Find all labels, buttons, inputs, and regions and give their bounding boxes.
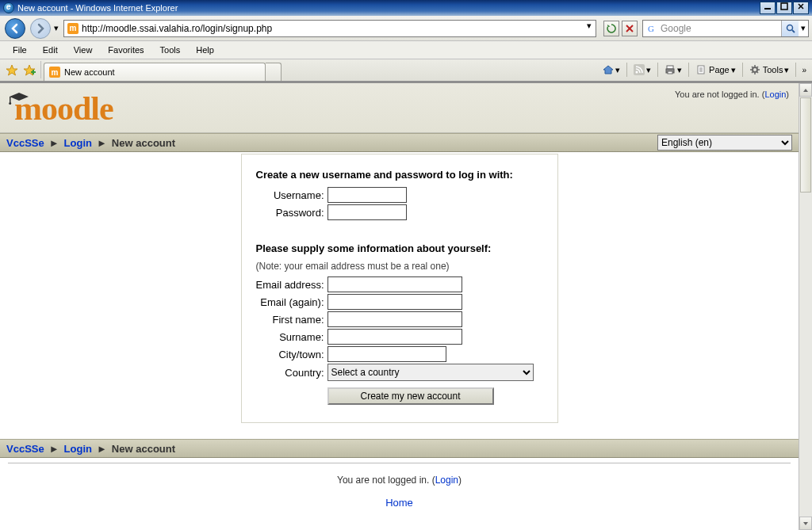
tools-menu[interactable]: Tools ▾ bbox=[746, 62, 793, 78]
breadcrumb-login-bottom[interactable]: Login bbox=[64, 443, 92, 455]
login-status-prefix: You are not logged in. ( bbox=[675, 90, 764, 99]
svg-rect-30 bbox=[10, 97, 11, 103]
footer-home-link[interactable]: Home bbox=[0, 497, 799, 509]
surname-input[interactable] bbox=[327, 329, 462, 345]
maximize-button[interactable] bbox=[776, 2, 792, 14]
country-select[interactable]: Select a country bbox=[327, 364, 534, 381]
svg-rect-1 bbox=[781, 3, 787, 10]
menu-view[interactable]: View bbox=[66, 43, 101, 57]
svg-line-27 bbox=[756, 72, 758, 74]
password-input[interactable] bbox=[327, 204, 407, 220]
menu-tools[interactable]: Tools bbox=[152, 43, 189, 57]
page-menu[interactable]: Page ▾ bbox=[692, 62, 739, 78]
svg-rect-14 bbox=[667, 66, 673, 69]
svg-point-8 bbox=[787, 25, 792, 30]
username-label: Username: bbox=[256, 189, 327, 201]
new-tab-button[interactable] bbox=[266, 63, 282, 81]
email2-label: Email (again): bbox=[256, 296, 327, 308]
chevron-right-icon[interactable]: » bbox=[799, 66, 809, 74]
svg-line-28 bbox=[756, 67, 758, 68]
tab-bar: New account ▾ ▾ ▾ Page ▾ Tools ▾ » bbox=[0, 59, 812, 82]
feeds-button[interactable]: ▾ bbox=[630, 62, 654, 78]
menu-favorites[interactable]: Favorites bbox=[100, 43, 151, 57]
menu-bar: File Edit View Favorites Tools Help bbox=[0, 41, 812, 59]
breadcrumb-sep-icon: ► bbox=[49, 137, 59, 149]
print-icon bbox=[665, 64, 676, 75]
breadcrumb-root-bottom[interactable]: VccSSe bbox=[6, 443, 44, 455]
nav-toolbar: ▾ ▾ G ▾ bbox=[0, 16, 812, 41]
nav-dropdown-icon[interactable]: ▾ bbox=[54, 23, 59, 33]
login-status-suffix: ) bbox=[786, 90, 789, 99]
page-menu-label: Page bbox=[709, 65, 730, 74]
svg-rect-0 bbox=[764, 8, 771, 10]
tab-title: New account bbox=[64, 67, 115, 77]
print-button[interactable]: ▾ bbox=[661, 62, 685, 78]
stop-button[interactable] bbox=[622, 21, 638, 36]
login-link[interactable]: Login bbox=[764, 90, 786, 99]
create-account-button[interactable]: Create my new account bbox=[327, 387, 494, 405]
svg-text:G: G bbox=[648, 24, 654, 33]
section2-title: Please supply some information about you… bbox=[256, 242, 543, 254]
forward-button[interactable] bbox=[30, 18, 51, 39]
google-icon: G bbox=[646, 23, 657, 34]
svg-rect-16 bbox=[668, 71, 672, 74]
firstname-label: First name: bbox=[256, 314, 327, 326]
address-bar: ▾ bbox=[63, 20, 596, 37]
ie-icon bbox=[3, 2, 14, 13]
login-status: You are not logged in. (Login) bbox=[675, 90, 789, 99]
close-button[interactable] bbox=[793, 2, 809, 14]
username-input[interactable] bbox=[327, 187, 407, 203]
minimize-button[interactable] bbox=[760, 2, 776, 14]
scroll-thumb[interactable] bbox=[800, 97, 811, 193]
search-go-button[interactable] bbox=[781, 21, 799, 36]
browser-tab[interactable]: New account bbox=[44, 63, 266, 81]
breadcrumb-root[interactable]: VccSSe bbox=[6, 137, 44, 149]
search-box: G ▾ bbox=[642, 20, 809, 37]
email-input[interactable] bbox=[327, 276, 462, 292]
moodle-logo: moodle bbox=[10, 90, 113, 128]
add-favorites-icon[interactable] bbox=[23, 64, 36, 77]
svg-line-29 bbox=[752, 72, 753, 74]
city-label: City/town: bbox=[256, 349, 327, 360]
footer-login-link[interactable]: Login bbox=[435, 475, 458, 486]
breadcrumb-sep-icon: ► bbox=[49, 443, 59, 455]
tools-menu-label: Tools bbox=[763, 65, 783, 74]
menu-help[interactable]: Help bbox=[188, 43, 222, 57]
footer: You are not logged in. (Login) Home bbox=[0, 463, 799, 520]
svg-rect-11 bbox=[33, 70, 34, 74]
scroll-track[interactable] bbox=[799, 97, 812, 517]
home-button[interactable]: ▾ bbox=[599, 62, 623, 78]
graduation-cap-icon bbox=[8, 91, 30, 105]
breadcrumb-sep-icon: ► bbox=[97, 137, 107, 149]
email2-input[interactable] bbox=[327, 294, 462, 310]
menu-edit[interactable]: Edit bbox=[35, 43, 66, 57]
search-dropdown-icon[interactable]: ▾ bbox=[799, 23, 808, 33]
email-note: (Note: your email address must be a real… bbox=[256, 261, 543, 272]
moodle-favicon-icon bbox=[67, 23, 79, 34]
scroll-down-button[interactable] bbox=[799, 517, 812, 530]
search-input[interactable] bbox=[661, 23, 781, 34]
back-button[interactable] bbox=[5, 18, 25, 39]
menu-file[interactable]: File bbox=[5, 43, 35, 57]
scroll-up-button[interactable] bbox=[799, 83, 812, 97]
breadcrumb-sep-icon: ► bbox=[97, 443, 107, 455]
address-dropdown-icon[interactable]: ▾ bbox=[583, 21, 596, 36]
site-header: You are not logged in. (Login) moodle bbox=[0, 83, 799, 133]
surname-label: Surname: bbox=[256, 331, 327, 343]
city-input[interactable] bbox=[327, 346, 446, 362]
language-select[interactable]: English (en) bbox=[657, 135, 792, 151]
favorites-star-icon[interactable] bbox=[6, 64, 18, 77]
signup-form: Create a new username and password to lo… bbox=[241, 154, 558, 423]
refresh-button[interactable] bbox=[603, 21, 619, 36]
email-label: Email address: bbox=[256, 279, 327, 291]
page-content: You are not logged in. (Login) moodle Vc… bbox=[0, 83, 799, 530]
vertical-scrollbar[interactable] bbox=[799, 83, 812, 530]
window-title: New account - Windows Internet Explorer bbox=[17, 3, 178, 13]
breadcrumb-login[interactable]: Login bbox=[64, 137, 92, 149]
footer-status-prefix: You are not logged in. ( bbox=[337, 475, 435, 486]
address-input[interactable] bbox=[82, 21, 583, 36]
section1-title: Create a new username and password to lo… bbox=[256, 169, 543, 181]
command-bar: ▾ ▾ ▾ Page ▾ Tools ▾ » bbox=[599, 62, 809, 81]
firstname-input[interactable] bbox=[327, 311, 462, 327]
breadcrumb: VccSSe ► Login ► New account English (en… bbox=[0, 133, 799, 152]
